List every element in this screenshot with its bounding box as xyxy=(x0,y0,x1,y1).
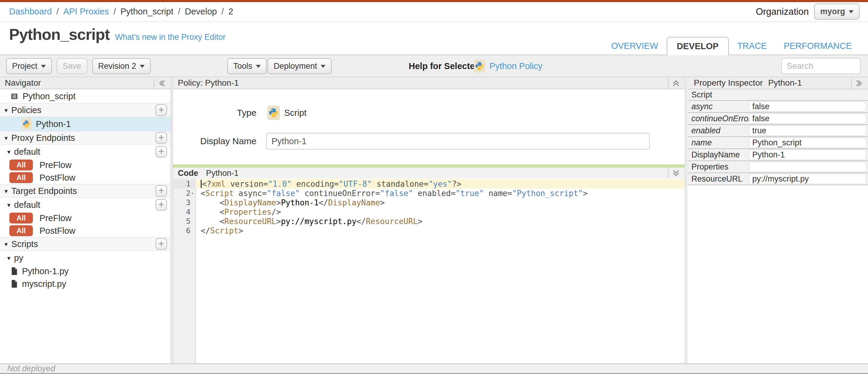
nav-item-python-1-py[interactable]: Python-1.py xyxy=(0,265,170,278)
deployment-button[interactable]: Deployment xyxy=(268,58,332,74)
code-panel-splitter[interactable] xyxy=(173,164,685,168)
code-line-content: <ResourceURL>py://myscript.py</ResourceU… xyxy=(196,217,685,226)
code-line-content: <DisplayName>Python-1</DisplayName> xyxy=(196,198,685,207)
save-button[interactable]: Save xyxy=(57,58,87,74)
code-line-4[interactable]: 4 <Properties/> xyxy=(173,207,685,217)
code-token: < xyxy=(201,189,206,198)
code-line-1[interactable]: 1<?xml version="1.0" encoding="UTF-8" st… xyxy=(173,179,685,189)
inspector-row-value[interactable] xyxy=(749,162,866,172)
display-name-input[interactable] xyxy=(266,133,650,150)
nav-item-myscript-py[interactable]: myscript.py xyxy=(0,278,170,290)
add-button[interactable]: + xyxy=(156,238,167,250)
nav-item-target-endpoints[interactable]: ▾Target Endpoints+ xyxy=(0,184,170,198)
fold-toggle[interactable]: ▾ xyxy=(191,189,196,198)
code-token: > xyxy=(276,217,281,226)
property-inspector-panel: Property Inspector Python-1 Script async… xyxy=(688,77,868,364)
nav-item-policies[interactable]: ▾Policies+ xyxy=(0,103,170,117)
add-button[interactable]: + xyxy=(156,185,167,197)
organization-dropdown[interactable]: myorg xyxy=(814,4,860,20)
project-button-label: Project xyxy=(12,61,37,71)
breadcrumb-item-api-proxies[interactable]: API Proxies xyxy=(63,7,109,16)
chevrons-down-icon[interactable] xyxy=(670,168,682,178)
search-input[interactable] xyxy=(781,58,861,74)
project-button[interactable]: Project xyxy=(6,58,52,74)
inspector-splitter[interactable] xyxy=(685,77,687,364)
tab-performance[interactable]: PERFORMANCE xyxy=(775,41,860,51)
chevrons-left-icon[interactable] xyxy=(156,78,168,88)
inspector-row-value[interactable]: Python-1 xyxy=(749,150,866,160)
nav-item-proxy-endpoints[interactable]: ▾Proxy Endpoints+ xyxy=(0,131,170,145)
nav-item-default[interactable]: ▾default+ xyxy=(0,145,170,159)
code-line-5[interactable]: 5 <ResourceURL>py://myscript.py</Resourc… xyxy=(173,217,685,226)
breadcrumb-item-dashboard[interactable]: Dashboard xyxy=(9,7,52,16)
chevron-down-icon xyxy=(41,65,46,68)
nav-item-postflow[interactable]: AllPostFlow xyxy=(0,224,170,237)
main-area: Navigator Python_script▾Policies+Python-… xyxy=(0,77,868,364)
file-icon xyxy=(10,280,18,288)
nav-item-label: Policies xyxy=(11,105,41,115)
property-inspector-header: Property Inspector Python-1 xyxy=(688,77,868,89)
whats-new-link[interactable]: What's new in the Proxy Editor xyxy=(115,33,226,42)
add-button[interactable]: + xyxy=(156,199,167,210)
property-inspector-subtitle: Python-1 xyxy=(768,78,802,88)
inspector-row-name: namePython_script xyxy=(688,137,868,149)
inspector-row-label: DisplayName xyxy=(688,150,749,160)
code-token: </ xyxy=(356,217,366,226)
add-button[interactable]: + xyxy=(156,132,167,144)
chevrons-up-icon[interactable] xyxy=(670,78,682,88)
line-number: 4 xyxy=(173,207,196,217)
python-icon xyxy=(22,118,32,130)
code-line-content: </Script> xyxy=(196,226,685,235)
navigator-title: Navigator xyxy=(5,78,41,88)
inspector-row-value[interactable]: py://myscript.py xyxy=(749,174,866,184)
policy-header: Policy: Python-1 xyxy=(173,77,685,89)
toolbar-left-group: Project Save Revision 2 xyxy=(6,58,151,74)
nav-item-postflow[interactable]: AllPostFlow xyxy=(0,171,170,184)
nav-item-scripts[interactable]: ▾Scripts+ xyxy=(0,237,170,251)
line-number: 3 xyxy=(173,198,196,207)
code-token: async= xyxy=(234,189,267,198)
inspector-row-value[interactable]: Python_script xyxy=(749,138,866,148)
revision-button[interactable]: Revision 2 xyxy=(92,58,151,74)
tools-button[interactable]: Tools xyxy=(227,58,267,74)
nav-item-label: Python_script xyxy=(23,91,76,102)
display-name-label: Display Name xyxy=(173,136,256,146)
navigator-splitter[interactable] xyxy=(170,77,173,364)
code-line-2[interactable]: 2▾<Script async="false" continueOnError=… xyxy=(173,189,685,198)
code-token: name= xyxy=(484,189,512,198)
python-policy-help-link[interactable]: Python Policy xyxy=(490,61,542,71)
nav-item-label: default xyxy=(14,147,40,157)
caret-down-icon: ▾ xyxy=(4,188,8,194)
code-token: < xyxy=(220,207,224,217)
nav-item-label: Python-1.py xyxy=(22,266,69,276)
chevrons-right-icon[interactable] xyxy=(853,78,866,88)
tab-trace[interactable]: TRACE xyxy=(729,41,775,51)
inspector-row-value[interactable]: true xyxy=(749,125,866,136)
inspector-row-value[interactable]: false xyxy=(749,113,866,124)
code-token: > xyxy=(418,217,423,226)
code-editor[interactable]: 1<?xml version="1.0" encoding="UTF-8" st… xyxy=(173,178,685,364)
flow-condition-badge: All xyxy=(9,172,33,183)
nav-item-python-script[interactable]: Python_script xyxy=(0,89,170,103)
nav-item-py[interactable]: ▾py xyxy=(0,251,170,265)
add-button[interactable]: + xyxy=(156,104,167,116)
flow-condition-badge: All xyxy=(9,225,33,236)
add-button[interactable]: + xyxy=(156,146,167,157)
code-line-3[interactable]: 3 <DisplayName>Python-1</DisplayName> xyxy=(173,198,685,207)
nav-item-python-1[interactable]: Python-1 xyxy=(0,117,170,131)
code-token: > xyxy=(276,198,281,207)
code-token: standalone= xyxy=(372,179,429,189)
help-for-selected-label: Help for Selected xyxy=(409,61,480,71)
nav-item-preflow[interactable]: AllPreFlow xyxy=(0,212,170,224)
navigator-panel: Navigator Python_script▾Policies+Python-… xyxy=(0,77,170,364)
inspector-row-value[interactable]: false xyxy=(749,102,866,112)
code-line-6[interactable]: 6</Script> xyxy=(173,226,685,235)
code-token: <? xyxy=(202,179,211,189)
tab-develop[interactable]: DEVELOP xyxy=(667,37,729,55)
nav-item-preflow[interactable]: AllPreFlow xyxy=(0,159,170,171)
nav-item-default[interactable]: ▾default+ xyxy=(0,198,170,212)
tab-overview[interactable]: OVERVIEW xyxy=(603,41,667,51)
divider xyxy=(0,21,868,22)
flow-condition-badge: All xyxy=(9,213,33,224)
nav-item-label: Scripts xyxy=(11,239,38,249)
